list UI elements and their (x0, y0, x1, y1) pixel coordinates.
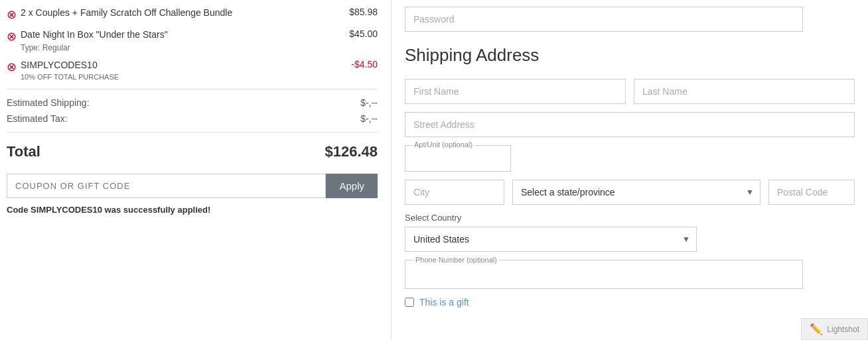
country-select-wrapper: United States ▼ (405, 227, 697, 252)
postal-group (768, 180, 855, 205)
country-section: Select Country United States ▼ (405, 213, 855, 252)
shipping-row: Estimated Shipping: $-,-- (7, 97, 378, 108)
street-address-input[interactable] (405, 112, 855, 137)
total-row: Total $126.48 (7, 143, 378, 160)
item-name: Date Night In Box "Under the Stars" (21, 28, 331, 42)
state-select-wrapper: Select a state/province ▼ (512, 180, 760, 205)
discount-price: -$4.50 (331, 59, 378, 70)
apt-label: Apt/Unit (optional) (412, 141, 474, 148)
coupon-section: Apply Code SIMPLYCODES10 was successfull… (7, 174, 378, 215)
phone-input[interactable] (413, 272, 794, 283)
country-select[interactable]: United States (405, 227, 697, 252)
item-price: $85.98 (331, 7, 378, 17)
tax-value: $-,-- (360, 113, 378, 124)
gift-row: This is a gift (405, 297, 855, 308)
total-value: $126.48 (325, 143, 378, 160)
phone-group: Phone Number (optional) (405, 260, 855, 289)
apt-group: Apt/Unit (optional) (405, 145, 511, 172)
divider (7, 89, 378, 89)
type-value: Regular (42, 43, 70, 52)
order-item: ⊗ Date Night In Box "Under the Stars" Ty… (7, 28, 378, 52)
last-name-group (634, 79, 855, 104)
order-item-discount: ⊗ SIMPLYCODES10 10% OFF TOTAL PURCHASE -… (7, 59, 378, 82)
password-field-area (405, 7, 855, 32)
tax-label: Estimated Tax: (7, 113, 68, 124)
country-label: Select Country (405, 213, 855, 223)
shipping-address-panel: Shipping Address Apt/U (392, 0, 868, 340)
gift-label[interactable]: This is a gift (419, 297, 469, 308)
total-label: Total (7, 143, 40, 160)
order-summary-panel: ⊗ 2 x Couples + Family Scratch Off Chall… (0, 0, 392, 340)
section-title: Shipping Address (405, 45, 855, 66)
first-name-group (405, 79, 626, 104)
city-input[interactable] (405, 180, 504, 205)
password-input[interactable] (405, 7, 803, 32)
coupon-success-message: Code SIMPLYCODES10 was successfully appl… (7, 205, 378, 215)
discount-label: 10% OFF TOTAL PURCHASE (21, 73, 331, 81)
coupon-input[interactable] (7, 174, 326, 198)
tax-row: Estimated Tax: $-,-- (7, 113, 378, 124)
order-item: ⊗ 2 x Couples + Family Scratch Off Chall… (7, 7, 378, 22)
gift-checkbox[interactable] (405, 298, 414, 307)
postal-input[interactable] (768, 180, 855, 205)
shipping-value: $-,-- (360, 97, 378, 108)
item-price: $45.00 (331, 28, 378, 39)
item-name: 2 x Couples + Family Scratch Off Challen… (21, 7, 331, 20)
state-select[interactable]: Select a state/province (512, 180, 760, 205)
shipping-label: Estimated Shipping: (7, 97, 90, 108)
coupon-name: SIMPLYCODES10 (21, 59, 331, 72)
phone-label: Phone Number (optional) (413, 256, 499, 264)
remove-icon[interactable]: ⊗ (7, 60, 17, 74)
divider (7, 132, 378, 133)
type-label: Type: (21, 43, 40, 52)
item-type: Type: Regular (21, 43, 331, 52)
city-group (405, 180, 504, 205)
remove-icon[interactable]: ⊗ (7, 29, 17, 44)
apply-button[interactable]: Apply (326, 174, 378, 198)
coupon-row: Apply (7, 174, 378, 198)
apt-input[interactable] (413, 155, 502, 166)
street-address-group (405, 112, 855, 137)
last-name-input[interactable] (634, 79, 855, 104)
lightshot-label: Lightshot (827, 325, 859, 334)
name-row (405, 79, 855, 104)
street-row (405, 112, 855, 137)
city-state-postal-row: Select a state/province ▼ (405, 180, 855, 205)
remove-icon[interactable]: ⊗ (7, 7, 17, 22)
lightshot-badge: ✏️ Lightshot (801, 318, 868, 340)
first-name-input[interactable] (405, 79, 626, 104)
apt-row: Apt/Unit (optional) (405, 145, 855, 172)
lightshot-icon: ✏️ (810, 323, 823, 335)
